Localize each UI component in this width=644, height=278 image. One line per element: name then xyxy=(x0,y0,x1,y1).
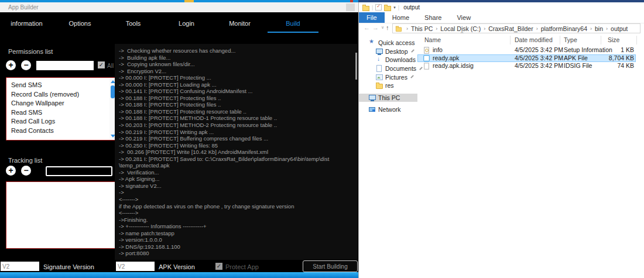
explorer-app-icon xyxy=(362,4,369,11)
log-line: -> 00.188 I: [PROTECT] METHOD-1 Protecti… xyxy=(119,115,352,122)
qat-customize-icon[interactable]: ▾ xyxy=(393,5,396,10)
nav-item[interactable]: Quick access xyxy=(359,39,417,47)
ribbon-tab[interactable]: Share xyxy=(417,12,449,23)
start-building-button[interactable]: Start Building xyxy=(303,260,358,272)
tracking-listbox[interactable] xyxy=(6,181,117,249)
menu-tab[interactable]: Tools xyxy=(107,12,160,35)
permission-item[interactable]: Record Calls (removed) xyxy=(11,90,109,99)
screen: App Builder information Options Tools Lo… xyxy=(0,0,644,278)
ribbon-tab[interactable]: View xyxy=(449,12,478,23)
menu-tab[interactable]: Monitor xyxy=(213,12,266,35)
column-divider[interactable] xyxy=(636,36,637,44)
qat-properties-icon[interactable] xyxy=(375,4,382,11)
breadcrumb-item[interactable]: › Local Disk (C:) xyxy=(433,25,481,32)
nav-item-label: res xyxy=(385,82,394,89)
tracking-add-button[interactable]: + xyxy=(6,166,16,176)
nav-item[interactable]: Network xyxy=(359,105,417,114)
log-line: -> 00.266 [PROTECT] Write [10.42 Kb] And… xyxy=(119,149,352,156)
log-line: -> name patch:testapp xyxy=(119,230,352,237)
nav-item[interactable]: This PC xyxy=(359,94,417,102)
permission-item[interactable]: Read Call Logs xyxy=(11,117,109,126)
breadcrumb-item[interactable]: › output xyxy=(603,25,628,32)
file-type: APK File xyxy=(564,54,588,63)
nav-item[interactable]: Downloads xyxy=(359,56,417,64)
history-dropdown-icon[interactable]: ∨ xyxy=(381,25,384,30)
menu-tab[interactable]: Options xyxy=(53,12,107,35)
menu-tab[interactable]: Build xyxy=(266,12,320,35)
file-row[interactable]: info 4/5/2025 3:42 PM Setup Information … xyxy=(417,46,636,54)
breadcrumb-item[interactable]: › bin xyxy=(587,25,603,32)
log-line: -> 00.000 I: [PROTECT] Loading apk ... xyxy=(119,81,352,88)
nav-item-icon xyxy=(376,48,383,55)
protect-app-checkbox[interactable] xyxy=(215,263,222,270)
breadcrumb-label[interactable]: output xyxy=(611,25,628,32)
nav-item[interactable]: Pictures xyxy=(359,73,417,81)
chevron-right-icon: › xyxy=(606,26,608,32)
breadcrumb-label[interactable]: This PC xyxy=(411,25,433,32)
file-row[interactable]: ready.apk 4/5/2025 3:42 PM APK File 8,70… xyxy=(417,54,636,63)
explorer-nav-pane: Quick access Desktop Downloads xyxy=(359,39,417,114)
explorer-title: output xyxy=(403,4,420,11)
breadcrumb-item[interactable]: › CraxsRat_Bilder xyxy=(481,25,533,32)
permission-item[interactable]: Read SMS xyxy=(11,108,109,118)
column-header-type[interactable]: Type xyxy=(564,36,577,43)
permission-item[interactable]: Change Wallpaper xyxy=(11,99,109,108)
breadcrumb-label[interactable]: bin xyxy=(595,25,603,32)
file-date-modified: 4/5/2025 3:42 PM xyxy=(515,54,563,63)
menu-tab[interactable]: Login xyxy=(160,12,213,35)
permissions-all-checkbox[interactable] xyxy=(98,61,105,68)
signature-version-input[interactable] xyxy=(1,262,39,271)
nav-item[interactable]: Documents xyxy=(359,64,417,73)
breadcrumb-label[interactable]: CraxsRat_Bilder xyxy=(488,25,533,32)
nav-item-icon xyxy=(369,106,376,113)
column-header-name[interactable]: Name xyxy=(424,36,441,43)
nav-item[interactable]: res xyxy=(359,81,417,90)
chevron-right-icon: › xyxy=(536,26,538,32)
scroll-thumb[interactable] xyxy=(111,85,115,98)
permissions-search-input[interactable] xyxy=(36,61,94,70)
chevron-right-icon: › xyxy=(406,26,408,32)
apk-version-input[interactable] xyxy=(116,262,155,271)
console-scroll-thumb[interactable] xyxy=(355,53,357,80)
menu-tab[interactable]: information xyxy=(0,12,53,35)
back-icon[interactable]: ← xyxy=(364,24,370,31)
breadcrumb-label[interactable]: platformBinary64 xyxy=(541,25,587,32)
nav-item-label: Documents xyxy=(385,65,416,72)
permission-item[interactable]: Send SMS xyxy=(11,81,109,90)
log-line: -> Encryption V2... xyxy=(119,68,352,75)
up-icon[interactable]: ↑ xyxy=(386,24,389,31)
titlebar-control-box[interactable] xyxy=(346,4,355,11)
tracking-input[interactable] xyxy=(46,166,112,176)
tracking-remove-button[interactable]: − xyxy=(21,166,31,176)
file-name: info xyxy=(433,46,443,54)
permissions-remove-button[interactable]: − xyxy=(21,60,31,70)
file-date-modified: 4/5/2025 3:42 PM xyxy=(515,46,563,54)
column-divider[interactable] xyxy=(560,36,560,44)
file-type: IDSIG File xyxy=(564,62,592,70)
ribbon-tab[interactable]: Home xyxy=(385,12,417,23)
ribbon-tab[interactable]: File xyxy=(359,12,385,23)
app-title: App Builder xyxy=(8,2,39,12)
column-divider[interactable] xyxy=(510,36,511,44)
column-divider[interactable] xyxy=(601,36,601,44)
permissions-add-button[interactable]: + xyxy=(6,60,16,70)
log-line: -> Building apk file... xyxy=(119,54,352,61)
nav-item[interactable]: Desktop xyxy=(359,47,417,56)
explorer-window: | ▾ | output File Home Share View ← → ∨ … xyxy=(358,2,644,278)
qat-separator: | xyxy=(372,5,373,11)
file-icon xyxy=(423,47,430,53)
permission-item[interactable]: Read Contacts xyxy=(11,126,109,136)
breadcrumb[interactable]: › This PC › Local Disk (C:) › CraxsRat_B… xyxy=(392,23,640,33)
file-row[interactable]: ready.apk.idsig 4/5/2025 3:42 PM IDSIG F… xyxy=(417,62,636,70)
log-line: <-------> xyxy=(119,196,352,203)
log-line: -> signature V2... xyxy=(119,183,352,190)
chevron-right-icon: › xyxy=(436,26,437,32)
nav-item-label: Quick access xyxy=(378,39,415,46)
breadcrumb-item[interactable]: › This PC xyxy=(403,25,433,32)
log-line: if the App detected as virus on the phon… xyxy=(119,203,352,210)
qat-new-folder-icon[interactable] xyxy=(384,4,391,11)
forward-icon[interactable]: → xyxy=(372,24,379,31)
breadcrumb-item[interactable]: › platformBinary64 xyxy=(533,25,587,32)
column-header-date[interactable]: Date modified xyxy=(515,36,553,43)
column-header-size[interactable]: Size xyxy=(608,36,619,43)
